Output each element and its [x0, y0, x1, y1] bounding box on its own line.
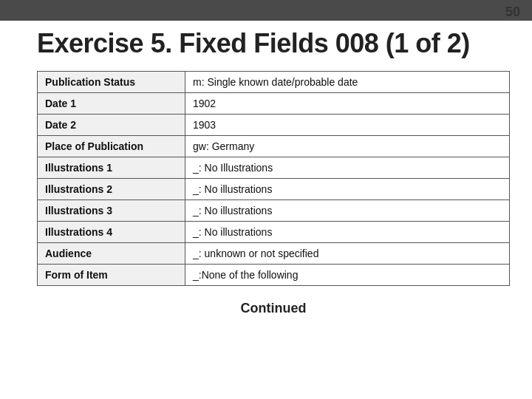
table-row: Illustrations 2_: No illustrations [38, 179, 510, 200]
field-value: _: No illustrations [185, 222, 510, 243]
field-value: m: Single known date/probable date [185, 72, 510, 93]
field-label: Audience [38, 243, 185, 265]
field-label: Illustrations 2 [38, 179, 185, 200]
field-label: Date 1 [38, 93, 185, 115]
field-label: Illustrations 3 [38, 200, 185, 222]
continued-label: Continued [37, 301, 510, 316]
field-value: 1902 [185, 93, 510, 115]
field-label: Form of Item [38, 265, 185, 286]
slide-number: 50 [505, 4, 520, 20]
table-row: Date 21903 [38, 115, 510, 136]
field-value: 1903 [185, 115, 510, 136]
table-row: Audience_: unknown or not specified [38, 243, 510, 265]
table-row: Illustrations 1_: No Illustrations [38, 157, 510, 179]
table-row: Place of Publicationgw: Germany [38, 136, 510, 157]
table-row: Illustrations 4_: No illustrations [38, 222, 510, 243]
field-value: _: No Illustrations [185, 157, 510, 179]
field-label: Illustrations 1 [38, 157, 185, 179]
table-row: Form of Item_:None of the following [38, 265, 510, 286]
field-value: gw: Germany [185, 136, 510, 157]
field-value: _: unknown or not specified [185, 243, 510, 265]
table-row: Publication Statusm: Single known date/p… [38, 72, 510, 93]
field-value: _:None of the following [185, 265, 510, 286]
table-row: Illustrations 3_: No illustrations [38, 200, 510, 222]
field-label: Publication Status [38, 72, 185, 93]
table-row: Date 11902 [38, 93, 510, 115]
field-label: Illustrations 4 [38, 222, 185, 243]
top-bar [0, 0, 532, 21]
content-area: Exercise 5. Fixed Fields 008 (1 of 2) Pu… [37, 22, 510, 384]
fields-table: Publication Statusm: Single known date/p… [37, 71, 510, 286]
field-label: Place of Publication [38, 136, 185, 157]
field-value: _: No illustrations [185, 200, 510, 222]
field-label: Date 2 [38, 115, 185, 136]
page-title: Exercise 5. Fixed Fields 008 (1 of 2) [37, 28, 510, 59]
field-value: _: No illustrations [185, 179, 510, 200]
